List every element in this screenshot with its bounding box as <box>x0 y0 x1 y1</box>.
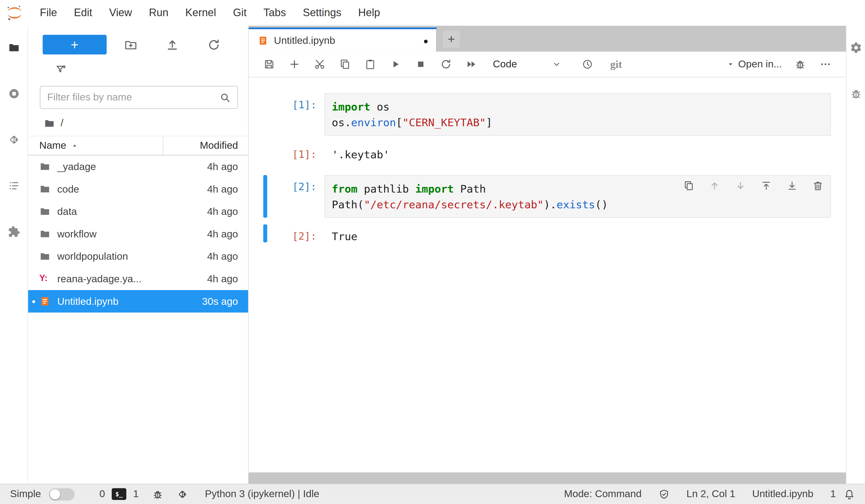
workspace-row: + / Name Modified _y <box>0 26 865 484</box>
kernels-count[interactable]: 1 <box>133 488 139 500</box>
cursor-position[interactable]: Ln 2, Col 1 <box>687 488 735 500</box>
restart-run-all-icon[interactable] <box>465 58 477 70</box>
simple-mode-toggle[interactable] <box>49 488 74 500</box>
menu-tabs[interactable]: Tabs <box>255 3 295 23</box>
cut-icon[interactable] <box>314 58 325 70</box>
menu-settings[interactable]: Settings <box>295 3 350 23</box>
notebook-area[interactable]: [1]:import osos.environ["CERN_KEYTAB"][1… <box>249 78 846 472</box>
code-token: os. <box>332 116 351 128</box>
new-tab-button[interactable]: + <box>443 31 460 48</box>
bell-icon[interactable] <box>844 489 855 500</box>
duplicate-icon[interactable] <box>683 180 694 191</box>
stop-icon[interactable] <box>415 58 427 70</box>
open-in-button[interactable]: Open in... <box>722 55 787 73</box>
column-header-name[interactable]: Name <box>28 137 163 155</box>
search-icon <box>219 92 231 103</box>
file-row[interactable]: Y:reana-yadage.ya...4h ago <box>28 268 248 290</box>
kernel-status[interactable]: Python 3 (ipykernel) | Idle <box>205 488 319 500</box>
code-input[interactable]: import osos.environ["CERN_KEYTAB"] <box>324 93 831 136</box>
column-header-modified[interactable]: Modified <box>163 137 248 155</box>
cell-collapser[interactable] <box>263 93 267 136</box>
code-token: () <box>595 198 608 210</box>
breadcrumb-root[interactable]: / <box>60 117 63 129</box>
code-token: "CERN_KEYTAB" <box>403 116 486 128</box>
terminals-count[interactable]: 0 <box>99 488 105 500</box>
upload-icon[interactable] <box>166 38 179 51</box>
status-right-group: Mode: Command Ln 2, Col 1 Untitled.ipynb… <box>564 488 855 500</box>
jupyterlab-window: FileEditViewRunKernelGitTabsSettingsHelp… <box>0 0 865 504</box>
copy-icon[interactable] <box>339 58 351 70</box>
code-token: pathlib <box>357 182 415 195</box>
menu-view[interactable]: View <box>101 3 140 23</box>
new-launcher-button[interactable]: + <box>43 35 107 55</box>
file-row[interactable]: data4h ago <box>28 200 248 223</box>
tab-bar: Untitled.ipynb ● + <box>249 26 846 51</box>
settings-gear-icon[interactable] <box>846 26 865 70</box>
file-row[interactable]: worldpopulation4h ago <box>28 245 248 268</box>
paste-icon[interactable] <box>364 58 376 70</box>
active-file-label: Untitled.ipynb <box>752 488 814 500</box>
move-up-icon[interactable] <box>709 180 720 191</box>
file-row[interactable]: _yadage4h ago <box>28 155 248 178</box>
debugger-bug-icon[interactable] <box>846 72 865 116</box>
insert-above-icon[interactable] <box>761 180 772 191</box>
git-icon[interactable] <box>0 118 28 162</box>
history-icon[interactable] <box>582 58 593 70</box>
filter-files-input[interactable] <box>47 91 219 103</box>
bug-icon[interactable] <box>152 489 163 500</box>
notebook-icon <box>258 35 268 46</box>
folder-icon <box>39 251 50 262</box>
menu-bar: FileEditViewRunKernelGitTabsSettingsHelp <box>0 0 865 26</box>
menu-help[interactable]: Help <box>350 3 389 23</box>
menu-file[interactable]: File <box>31 3 66 23</box>
open-in-label: Open in... <box>738 58 782 70</box>
save-icon[interactable] <box>263 58 275 70</box>
file-name: _yadage <box>57 161 181 173</box>
output-collapser[interactable] <box>263 224 267 242</box>
code-token: exists <box>556 198 595 210</box>
tab-untitled-ipynb[interactable]: Untitled.ipynb ● <box>249 27 437 51</box>
file-row[interactable]: ●Untitled.ipynb30s ago <box>28 290 248 313</box>
files-icon[interactable] <box>0 26 28 70</box>
run-icon[interactable] <box>390 58 401 70</box>
debugger-bug-icon[interactable] <box>794 58 806 70</box>
extension-manager-icon[interactable] <box>0 210 28 254</box>
code-input[interactable]: from pathlib import PathPath("/etc/reana… <box>324 175 831 218</box>
refresh-icon[interactable] <box>207 38 221 51</box>
table-of-contents-icon[interactable] <box>0 164 28 208</box>
file-row[interactable]: workflow4h ago <box>28 223 248 245</box>
code-token: import <box>332 101 370 113</box>
more-ellipsis-icon[interactable] <box>820 58 831 70</box>
move-down-icon[interactable] <box>735 180 746 191</box>
menu-git[interactable]: Git <box>224 3 255 23</box>
cell-type-dropdown[interactable]: Code <box>493 58 561 70</box>
menu-edit[interactable]: Edit <box>66 3 101 23</box>
command-mode-indicator[interactable]: Mode: Command <box>564 488 642 500</box>
file-modified: 4h ago <box>181 206 248 217</box>
file-name: workflow <box>57 228 181 240</box>
git-status-icon[interactable] <box>177 489 188 500</box>
new-folder-icon[interactable] <box>124 38 138 51</box>
code-token: Path( <box>332 198 364 210</box>
menu-run[interactable]: Run <box>140 3 177 23</box>
filter-files-icon[interactable] <box>55 63 67 76</box>
insert-below-icon[interactable] <box>786 180 798 191</box>
notifications-group[interactable]: 1 <box>830 488 855 500</box>
unsaved-indicator[interactable]: ● <box>423 36 428 45</box>
yaml-icon: Y: <box>39 273 50 284</box>
restart-icon[interactable] <box>440 58 452 70</box>
input-prompt: [2]: <box>267 175 324 218</box>
output-collapser[interactable] <box>263 143 267 161</box>
add-cell-icon[interactable] <box>288 58 300 70</box>
file-row[interactable]: code4h ago <box>28 178 248 200</box>
code-token: environ <box>351 116 396 128</box>
breadcrumb[interactable]: / <box>44 117 248 129</box>
cell-collapser[interactable] <box>263 175 267 218</box>
folder-icon <box>39 161 50 172</box>
code-token: Path <box>454 182 486 195</box>
running-sessions-icon[interactable] <box>0 72 28 116</box>
menu-kernel[interactable]: Kernel <box>177 3 224 23</box>
file-modified: 30s ago <box>181 295 248 307</box>
delete-icon[interactable] <box>812 180 823 191</box>
terminal-icon[interactable]: $_ <box>112 488 126 500</box>
